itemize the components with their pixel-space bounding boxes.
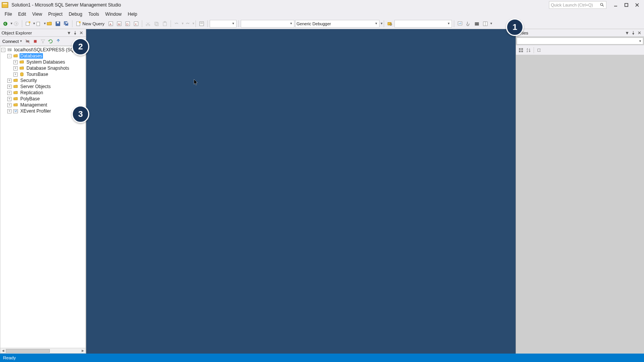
disconnect-button[interactable]	[24, 38, 31, 45]
debugger-combo[interactable]: Generic Debugger▼	[295, 20, 380, 28]
query-type-1-button[interactable]: A	[107, 20, 115, 28]
pin-icon[interactable]	[630, 30, 636, 36]
collapse-icon[interactable]: −	[1, 48, 5, 52]
menu-project[interactable]: Project	[45, 11, 66, 18]
expand-icon[interactable]: +	[7, 91, 12, 95]
object-explorer-button[interactable]	[473, 20, 481, 28]
properties-object-combo[interactable]: ▼	[517, 38, 643, 44]
expand-icon[interactable]: +	[13, 72, 18, 77]
alphabetical-button[interactable]: AZ	[525, 47, 532, 54]
tree-row-polybase[interactable]: + PolyBase	[0, 96, 85, 102]
back-button[interactable]	[2, 20, 9, 28]
expand-icon[interactable]: +	[7, 85, 12, 89]
tree-row-database-snapshots[interactable]: + Database Snapshots	[0, 65, 85, 71]
menu-view[interactable]: View	[29, 11, 45, 18]
query-type-2-button[interactable]: M	[115, 20, 123, 28]
template-explorer-button[interactable]	[481, 20, 489, 28]
menu-help[interactable]: Help	[125, 11, 140, 18]
sync-button[interactable]	[55, 38, 62, 45]
open-button[interactable]	[46, 20, 53, 28]
svg-rect-47	[8, 48, 11, 49]
find-button[interactable]	[386, 20, 394, 28]
maximize-button[interactable]	[621, 1, 632, 9]
new-project-button[interactable]	[24, 20, 32, 28]
svg-rect-30	[154, 22, 157, 25]
panel-dropdown-icon[interactable]: ▼	[624, 30, 630, 36]
tree-row-databases[interactable]: − Databases	[0, 53, 85, 59]
solution-platform-combo[interactable]: ▼	[241, 20, 294, 28]
forward-button[interactable]	[12, 20, 20, 28]
connect-button[interactable]: Connect ▼	[2, 38, 23, 44]
close-icon[interactable]: ✕	[78, 30, 84, 36]
menu-debug[interactable]: Debug	[66, 11, 85, 18]
menu-tools[interactable]: Tools	[85, 11, 102, 18]
categorized-button[interactable]	[518, 47, 524, 54]
copy-button[interactable]	[153, 20, 160, 28]
object-explorer-header[interactable]: Object Explorer ▼ ✕	[0, 29, 86, 37]
menu-file[interactable]: File	[2, 11, 15, 18]
activity-monitor-button[interactable]	[456, 20, 464, 28]
chevron-down-icon[interactable]: ▼	[10, 22, 12, 25]
expand-icon[interactable]: +	[7, 103, 12, 107]
tree-label: Security	[20, 78, 38, 83]
close-button[interactable]	[632, 1, 642, 9]
tree-row-server-objects[interactable]: + Server Objects	[0, 84, 85, 90]
chevron-down-icon[interactable]: ▼	[192, 22, 194, 25]
chevron-down-icon[interactable]: ▼	[490, 22, 491, 25]
pin-icon[interactable]	[72, 30, 78, 36]
panel-dropdown-icon[interactable]: ▼	[66, 30, 72, 36]
properties-body	[516, 55, 644, 354]
collapse-icon[interactable]: −	[7, 54, 12, 58]
chevron-down-icon[interactable]: ▼	[181, 22, 183, 25]
chevron-down-icon[interactable]: ▼	[33, 22, 34, 25]
chevron-down-icon[interactable]: ▼	[380, 22, 382, 25]
filter-button[interactable]	[39, 38, 46, 45]
save-button[interactable]	[54, 20, 62, 28]
tree-row-replication[interactable]: + Replication	[0, 90, 85, 96]
redo-button[interactable]	[184, 20, 191, 28]
expand-icon[interactable]: +	[7, 97, 12, 101]
main-document-area	[86, 29, 516, 354]
menu-edit[interactable]: Edit	[15, 11, 29, 18]
properties-header[interactable]: erties ▼ ✕	[516, 29, 644, 37]
object-explorer-tree[interactable]: − localhost\SQLEXPRESS (SQL S − Database…	[0, 46, 86, 354]
menu-window[interactable]: Window	[102, 11, 125, 18]
expand-icon[interactable]: +	[13, 66, 18, 70]
scrollbar-thumb[interactable]	[6, 349, 50, 353]
cut-button[interactable]	[144, 20, 152, 28]
query-type-4-button[interactable]: X	[132, 20, 140, 28]
save-all-button[interactable]	[62, 20, 70, 28]
new-query-label: New Query	[82, 21, 105, 26]
quick-launch-placeholder: Quick Launch (Ctrl+Q)	[551, 3, 593, 7]
query-type-3-button[interactable]: D	[124, 20, 131, 28]
tree-row-system-databases[interactable]: + System Databases	[0, 59, 85, 65]
new-item-button[interactable]	[35, 20, 43, 28]
close-icon[interactable]: ✕	[636, 30, 642, 36]
new-query-button[interactable]: New Query	[74, 20, 106, 28]
chevron-down-icon[interactable]: ▼	[43, 22, 45, 25]
property-pages-button[interactable]	[536, 47, 542, 54]
properties-button[interactable]	[198, 20, 205, 28]
expand-icon[interactable]: +	[7, 79, 12, 83]
paste-button[interactable]	[161, 20, 169, 28]
solution-config-combo[interactable]: ▼	[210, 20, 237, 28]
svg-text:X: X	[135, 22, 137, 26]
tree-row-toursbase[interactable]: + ToursBase	[0, 71, 85, 77]
tree-label: Management	[20, 102, 48, 108]
minimize-button[interactable]	[610, 1, 621, 9]
registered-servers-button[interactable]	[465, 20, 472, 28]
titlebar: Solution1 - Microsoft SQL Server Managem…	[0, 0, 644, 10]
quick-launch-input[interactable]: Quick Launch (Ctrl+Q)	[549, 1, 606, 9]
find-combo[interactable]: ▼	[394, 20, 452, 28]
horizontal-scrollbar[interactable]: ◀ ▶	[0, 348, 85, 353]
expand-icon[interactable]: +	[13, 60, 18, 64]
refresh-button[interactable]	[47, 38, 54, 45]
folder-icon	[13, 90, 18, 96]
undo-button[interactable]	[173, 20, 181, 28]
expand-icon[interactable]: +	[7, 109, 12, 113]
scroll-left-icon[interactable]: ◀	[0, 349, 6, 353]
scroll-right-icon[interactable]: ▶	[80, 349, 85, 353]
stop-button[interactable]	[32, 38, 39, 45]
tree-row-security[interactable]: + Security	[0, 77, 85, 84]
tree-row-management[interactable]: + Management	[0, 102, 85, 108]
